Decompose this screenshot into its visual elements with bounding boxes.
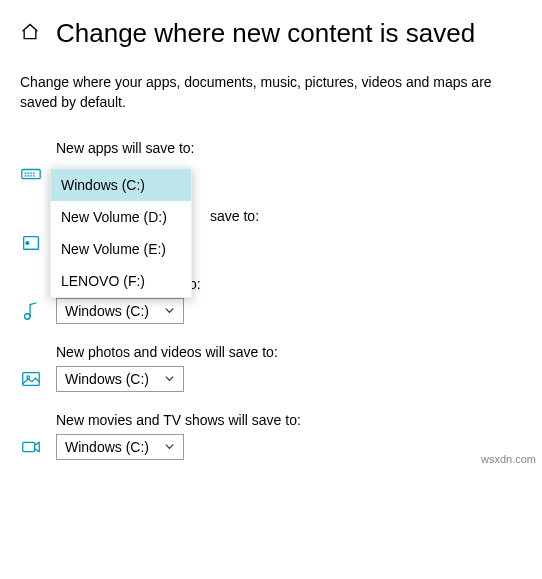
dropdown-option-d[interactable]: New Volume (D:) bbox=[51, 201, 191, 233]
section-movies: New movies and TV shows will save to: Wi… bbox=[20, 412, 522, 460]
svg-point-13 bbox=[27, 376, 30, 379]
documents-icon bbox=[20, 232, 42, 254]
chevron-down-icon bbox=[164, 439, 175, 455]
header: Change where new content is saved bbox=[0, 0, 542, 57]
apps-dropdown[interactable]: Windows (C:) New Volume (D:) New Volume … bbox=[50, 168, 192, 298]
section-photos: New photos and videos will save to: Wind… bbox=[20, 344, 522, 392]
music-select[interactable]: Windows (C:) bbox=[56, 298, 184, 324]
page-description: Change where your apps, documents, music… bbox=[0, 57, 542, 120]
music-select-value: Windows (C:) bbox=[65, 303, 149, 319]
movies-select-value: Windows (C:) bbox=[65, 439, 149, 455]
photos-select[interactable]: Windows (C:) bbox=[56, 366, 184, 392]
section-apps-label: New apps will save to: bbox=[20, 140, 522, 156]
watermark: wsxdn.com bbox=[481, 453, 536, 465]
dropdown-option-c[interactable]: Windows (C:) bbox=[51, 169, 191, 201]
svg-point-10 bbox=[25, 241, 29, 245]
dropdown-option-f[interactable]: LENOVO (F:) bbox=[51, 265, 191, 297]
svg-rect-14 bbox=[23, 443, 35, 452]
movies-icon bbox=[20, 436, 42, 458]
section-movies-label: New movies and TV shows will save to: bbox=[20, 412, 522, 428]
svg-rect-0 bbox=[22, 170, 40, 179]
chevron-down-icon bbox=[164, 371, 175, 387]
chevron-down-icon bbox=[164, 303, 175, 319]
page-title: Change where new content is saved bbox=[56, 18, 475, 49]
apps-icon bbox=[20, 164, 42, 186]
dropdown-option-e[interactable]: New Volume (E:) bbox=[51, 233, 191, 265]
svg-point-11 bbox=[25, 314, 30, 320]
section-photos-label: New photos and videos will save to: bbox=[20, 344, 522, 360]
home-icon[interactable] bbox=[20, 22, 40, 46]
music-icon bbox=[20, 300, 42, 322]
photos-icon bbox=[20, 368, 42, 390]
photos-select-value: Windows (C:) bbox=[65, 371, 149, 387]
movies-select[interactable]: Windows (C:) bbox=[56, 434, 184, 460]
